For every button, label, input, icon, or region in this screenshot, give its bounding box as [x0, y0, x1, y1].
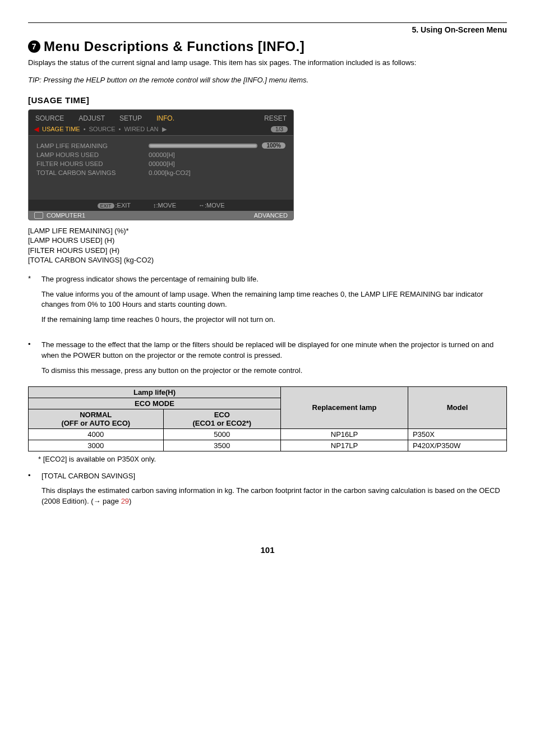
asterisk-note: * The progress indicator shows the perce… [28, 274, 507, 330]
td-eco: 3500 [163, 440, 281, 451]
param-list: [LAMP LIFE REMAINING] (%)* [LAMP HOURS U… [28, 226, 507, 265]
osd-body: LAMP LIFE REMAINING 100% LAMP HOURS USED… [29, 136, 293, 200]
osd-menu: SOURCE ADJUST SETUP INFO. RESET ◀ USAGE … [28, 109, 294, 220]
bullet1-p1: The message to the effect that the lamp … [41, 340, 507, 361]
table-row: 4000 5000 NP16LP P350X [29, 428, 507, 440]
osd-footer: EXIT:EXIT ↕:MOVE ↔:MOVE [29, 200, 293, 211]
osd-row-filter-hours: FILTER HOURS USED 00000[H] [36, 159, 285, 168]
osd-tab-reset: RESET [263, 112, 288, 125]
osd-tab-adjust: ADJUST [77, 112, 106, 125]
osd-label: TOTAL CARBON SAVINGS [36, 169, 149, 176]
osd-row-lamp-life: LAMP LIFE REMAINING 100% [36, 141, 285, 150]
osd-tab-info: INFO. [155, 112, 176, 125]
osd-label: FILTER HOURS USED [36, 160, 149, 167]
osd-tab-source: SOURCE [34, 112, 65, 125]
osd-status: COMPUTER1 ADVANCED [29, 211, 293, 220]
osd-subtab-dot: • [119, 126, 121, 132]
tip-text: TIP: Pressing the HELP button on the rem… [28, 76, 507, 84]
table-footnote: * [ECO2] is available on P350X only. [38, 455, 507, 463]
td-lamp: NP17LP [281, 440, 408, 451]
bullet2-title: [TOTAL CARBON SAVINGS] [41, 471, 507, 482]
osd-subtab-wired-lan: WIRED LAN [124, 126, 158, 132]
osd-subtab-usage-time: USAGE TIME [42, 126, 80, 132]
th-replacement: Replacement lamp [281, 386, 408, 428]
asterisk-marker: * [28, 274, 39, 283]
td-normal: 3000 [29, 440, 164, 451]
osd-subtab-right-arrow-icon: ▶ [162, 126, 167, 133]
osd-subtab-dot: • [84, 126, 86, 132]
osd-label: LAMP HOURS USED [36, 151, 149, 158]
page-number: 101 [28, 545, 507, 555]
table-row: 3000 3500 NP17LP P420X/P350W [29, 440, 507, 451]
page-link: 29 [121, 497, 129, 505]
osd-page-indicator: 1/3 [271, 126, 288, 132]
osd-subtabs: ◀ USAGE TIME • SOURCE • WIRED LAN ▶ 1/3 [29, 125, 293, 136]
param-item: [LAMP LIFE REMAINING] (%)* [28, 226, 507, 236]
osd-footer-exit: EXIT:EXIT [98, 202, 131, 209]
osd-row-lamp-hours: LAMP HOURS USED 00000[H] [36, 150, 285, 159]
source-icon [34, 212, 43, 219]
note-p1: The progress indicator shows the percent… [41, 274, 507, 285]
heading-number-icon: 7 [28, 40, 40, 53]
exit-badge-icon: EXIT [98, 203, 114, 209]
param-item: [FILTER HOURS USED] (H) [28, 246, 507, 256]
sub-heading-usage-time: [USAGE TIME] [28, 95, 507, 105]
osd-subtab-source: SOURCE [89, 126, 116, 132]
bullet-dot-icon: • [28, 471, 41, 512]
bullet-dot-icon: • [28, 340, 41, 381]
osd-tabs: SOURCE ADJUST SETUP INFO. RESET [29, 110, 293, 125]
th-eco: ECO (ECO1 or ECO2*) [163, 409, 281, 428]
osd-row-carbon: TOTAL CARBON SAVINGS 0.000[kg-CO2] [36, 168, 285, 177]
intro-text: Displays the status of the current signa… [28, 58, 507, 68]
osd-subtab-left-arrow-icon: ◀ [34, 126, 39, 133]
bullet2-body: This displays the estimated carbon savin… [41, 486, 507, 507]
lamp-life-table: Lamp life(H) Replacement lamp Model ECO … [28, 386, 507, 451]
osd-footer-move-h: ↔:MOVE [199, 202, 224, 209]
note-p2: The value informs you of the amount of l… [41, 289, 507, 311]
param-item: [TOTAL CARBON SAVINGS] (kg-CO2) [28, 255, 507, 265]
main-heading: 7 Menu Descriptions & Functions [INFO.] [28, 39, 507, 54]
td-lamp: NP16LP [281, 428, 408, 440]
osd-value: 00000[H] [149, 160, 175, 167]
osd-value: 00000[H] [149, 151, 175, 158]
osd-status-mode: ADVANCED [254, 212, 288, 219]
td-normal: 4000 [29, 428, 164, 440]
th-normal: NORMAL (OFF or AUTO ECO) [29, 409, 164, 428]
osd-status-source: COMPUTER1 [34, 212, 85, 219]
param-item: [LAMP HOURS USED] (H) [28, 236, 507, 246]
th-eco-mode: ECO MODE [29, 398, 281, 409]
osd-tab-setup: SETUP [118, 112, 143, 125]
progress-pct: 100% [262, 142, 285, 149]
osd-footer-move-v: ↕:MOVE [153, 202, 176, 209]
td-model: P420X/P350W [408, 440, 506, 451]
th-model: Model [408, 386, 506, 428]
td-model: P350X [408, 428, 506, 440]
bullet1-p2: To dismiss this message, press any butto… [41, 366, 507, 376]
bullet-replace-message: • The message to the effect that the lam… [28, 340, 507, 381]
bullet-carbon-savings: • [TOTAL CARBON SAVINGS] This displays t… [28, 471, 507, 512]
note-p3: If the remaining lamp time reaches 0 hou… [41, 315, 507, 325]
th-lamp-life: Lamp life(H) [29, 386, 281, 398]
osd-value: 0.000[kg-CO2] [149, 169, 191, 176]
td-eco: 5000 [163, 428, 281, 440]
heading-text: Menu Descriptions & Functions [INFO.] [44, 39, 305, 54]
progress-bar [149, 144, 257, 148]
chapter-title: 5. Using On-Screen Menu [28, 25, 507, 34]
osd-label: LAMP LIFE REMAINING [36, 142, 149, 149]
